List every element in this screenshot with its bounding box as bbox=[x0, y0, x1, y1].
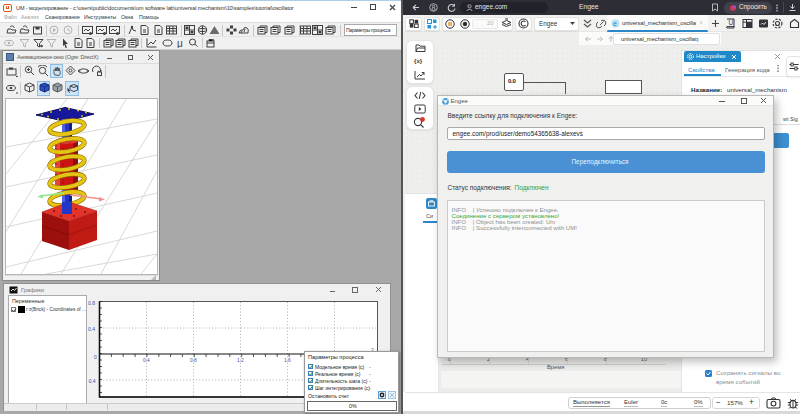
svg-text:e: e bbox=[613, 20, 617, 27]
svg-text:0.8: 0.8 bbox=[190, 358, 197, 363]
svg-text:μ: μ bbox=[177, 38, 183, 48]
svg-text:0.4: 0.4 bbox=[88, 326, 95, 332]
svg-text:-0.4: -0.4 bbox=[88, 378, 96, 384]
svg-text:0: 0 bbox=[94, 354, 97, 360]
svg-text:1.2: 1.2 bbox=[237, 358, 244, 363]
svg-text:0.4: 0.4 bbox=[143, 358, 150, 363]
svg-text:1.6: 1.6 bbox=[284, 358, 291, 363]
svg-text:U: U bbox=[728, 19, 733, 26]
svg-text:0.8: 0.8 bbox=[88, 300, 95, 306]
